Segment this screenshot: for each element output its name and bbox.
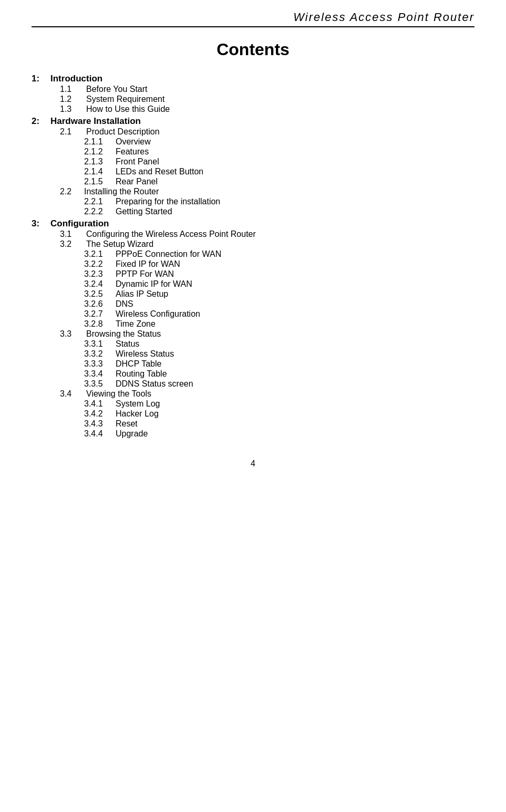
section-2-1-2-num: 2.1.2 xyxy=(84,148,116,156)
section-3-2-2-num: 3.2.2 xyxy=(84,260,116,268)
section-3-2-1: 3.2.1 PPPoE Connection for WAN xyxy=(32,250,474,258)
section-3-2-6: 3.2.6 DNS xyxy=(32,300,474,308)
section-2-1-3-label: Front Panel xyxy=(116,158,159,166)
section-2-1-5-num: 2.1.5 xyxy=(84,178,116,186)
section-2-2: 2.2 Installing the Router xyxy=(32,188,474,196)
section-2-1-4-num: 2.1.4 xyxy=(84,168,116,176)
section-3-2-1-label: PPPoE Connection for WAN xyxy=(116,250,221,258)
page-number: 4 xyxy=(32,459,474,469)
section-2-1-4-label: LEDs and Reset Button xyxy=(116,168,203,176)
section-2-2-label: Installing the Router xyxy=(84,188,159,196)
section-2-1-1-num: 2.1.1 xyxy=(84,138,116,146)
section-2-2-1-num: 2.2.1 xyxy=(84,197,116,206)
section-2-2-2: 2.2.2 Getting Started xyxy=(32,207,474,216)
section-2-1-1-label: Overview xyxy=(116,138,151,146)
section-3-3-label: Browsing the Status xyxy=(86,330,161,338)
section-2-1-label: Product Description xyxy=(86,128,160,136)
section-2-1-3: 2.1.3 Front Panel xyxy=(32,158,474,166)
section-3-4-3-label: Reset xyxy=(116,420,138,428)
section-1-1-label: Before You Start xyxy=(86,85,148,93)
section-1: 1: Introduction 1.1 Before You Start 1.2… xyxy=(32,74,474,113)
section-1-3: 1.3 How to Use this Guide xyxy=(32,105,474,113)
page-container: Wireless Access Point Router Contents 1:… xyxy=(0,0,506,812)
section-3-3-1: 3.3.1 Status xyxy=(32,340,474,348)
section-2-1-5: 2.1.5 Rear Panel xyxy=(32,178,474,186)
table-of-contents: 1: Introduction 1.1 Before You Start 1.2… xyxy=(32,74,474,438)
section-3-3-4-num: 3.3.4 xyxy=(84,370,116,378)
section-3-2-6-num: 3.2.6 xyxy=(84,300,116,308)
section-1-1: 1.1 Before You Start xyxy=(32,85,474,93)
section-3-2-4-num: 3.2.4 xyxy=(84,280,116,288)
section-3-header: 3: Configuration xyxy=(32,219,474,228)
section-3-4-1-label: System Log xyxy=(116,400,160,408)
section-2-1-3-num: 2.1.3 xyxy=(84,158,116,166)
section-3-2-1-num: 3.2.1 xyxy=(84,250,116,258)
section-1-3-num: 1.3 xyxy=(60,105,86,113)
section-3-2-8-label: Time Zone xyxy=(116,320,156,328)
section-3-3-3-label: DHCP Table xyxy=(116,360,161,368)
section-3-2-3-num: 3.2.3 xyxy=(84,270,116,278)
section-3-3-3: 3.3.3 DHCP Table xyxy=(32,360,474,368)
section-3-1-label: Configuring the Wireless Access Point Ro… xyxy=(86,230,256,238)
section-1-header: 1: Introduction xyxy=(32,74,474,83)
section-3-2-5-label: Alias IP Setup xyxy=(116,290,168,298)
section-2-1-4: 2.1.4 LEDs and Reset Button xyxy=(32,168,474,176)
section-3-4-1-num: 3.4.1 xyxy=(84,400,116,408)
section-3-3-5-num: 3.3.5 xyxy=(84,380,116,388)
header-title: Wireless Access Point Router xyxy=(32,11,474,27)
section-2-2-1-label: Preparing for the installation xyxy=(116,197,220,206)
section-2-1-num: 2.1 xyxy=(60,128,86,136)
section-2: 2: Hardware Installation 2.1 Product Des… xyxy=(32,117,474,216)
section-1-2: 1.2 System Requirement xyxy=(32,95,474,103)
section-3-2-4-label: Dynamic IP for WAN xyxy=(116,280,192,288)
section-3-3-4-label: Routing Table xyxy=(116,370,167,378)
section-3-2-3: 3.2.3 PPTP For WAN xyxy=(32,270,474,278)
section-3-4-4: 3.4.4 Upgrade xyxy=(32,430,474,438)
section-2-1-2: 2.1.2 Features xyxy=(32,148,474,156)
section-3-4-2-num: 3.4.2 xyxy=(84,410,116,418)
section-3-1-num: 3.1 xyxy=(60,230,86,238)
section-3-3-2-label: Wireless Status xyxy=(116,350,174,358)
section-3-3-5: 3.3.5 DDNS Status screen xyxy=(32,380,474,388)
section-3: 3: Configuration 3.1 Configuring the Wir… xyxy=(32,219,474,438)
section-3-2-4: 3.2.4 Dynamic IP for WAN xyxy=(32,280,474,288)
section-2-header: 2: Hardware Installation xyxy=(32,117,474,126)
section-2-2-num: 2.2 xyxy=(60,188,84,196)
section-3-2: 3.2 The Setup Wizard xyxy=(32,240,474,248)
section-3-3-1-num: 3.3.1 xyxy=(84,340,116,348)
section-3-2-2-label: Fixed IP for WAN xyxy=(116,260,180,268)
section-3-4-3: 3.4.3 Reset xyxy=(32,420,474,428)
section-2-num: 2: xyxy=(32,117,50,126)
section-3-4-4-label: Upgrade xyxy=(116,430,148,438)
section-3-4-3-num: 3.4.3 xyxy=(84,420,116,428)
section-2-label: Hardware Installation xyxy=(50,117,141,126)
section-2-1-1: 2.1.1 Overview xyxy=(32,138,474,146)
page-title: Contents xyxy=(32,40,474,59)
section-3-4-num: 3.4 xyxy=(60,390,86,398)
section-3-3-4: 3.3.4 Routing Table xyxy=(32,370,474,378)
section-3-2-7: 3.2.7 Wireless Configuration xyxy=(32,310,474,318)
section-3-3-num: 3.3 xyxy=(60,330,86,338)
section-3-2-8-num: 3.2.8 xyxy=(84,320,116,328)
section-3-4-2: 3.4.2 Hacker Log xyxy=(32,410,474,418)
section-3-2-7-num: 3.2.7 xyxy=(84,310,116,318)
section-3-1: 3.1 Configuring the Wireless Access Poin… xyxy=(32,230,474,238)
section-1-2-num: 1.2 xyxy=(60,95,86,103)
section-2-2-2-num: 2.2.2 xyxy=(84,207,116,216)
section-3-4: 3.4 Viewing the Tools xyxy=(32,390,474,398)
section-2-1: 2.1 Product Description xyxy=(32,128,474,136)
section-2-1-5-label: Rear Panel xyxy=(116,178,158,186)
section-3-2-8: 3.2.8 Time Zone xyxy=(32,320,474,328)
section-3-2-label: The Setup Wizard xyxy=(86,240,153,248)
section-2-2-1: 2.2.1 Preparing for the installation xyxy=(32,197,474,206)
section-1-2-label: System Requirement xyxy=(86,95,164,103)
section-3-num: 3: xyxy=(32,219,50,228)
section-3-4-4-num: 3.4.4 xyxy=(84,430,116,438)
section-3-2-5-num: 3.2.5 xyxy=(84,290,116,298)
section-3-2-5: 3.2.5 Alias IP Setup xyxy=(32,290,474,298)
section-3-3: 3.3 Browsing the Status xyxy=(32,330,474,338)
section-1-3-label: How to Use this Guide xyxy=(86,105,170,113)
section-1-label: Introduction xyxy=(50,74,102,83)
section-3-label: Configuration xyxy=(50,219,109,228)
section-3-2-3-label: PPTP For WAN xyxy=(116,270,174,278)
